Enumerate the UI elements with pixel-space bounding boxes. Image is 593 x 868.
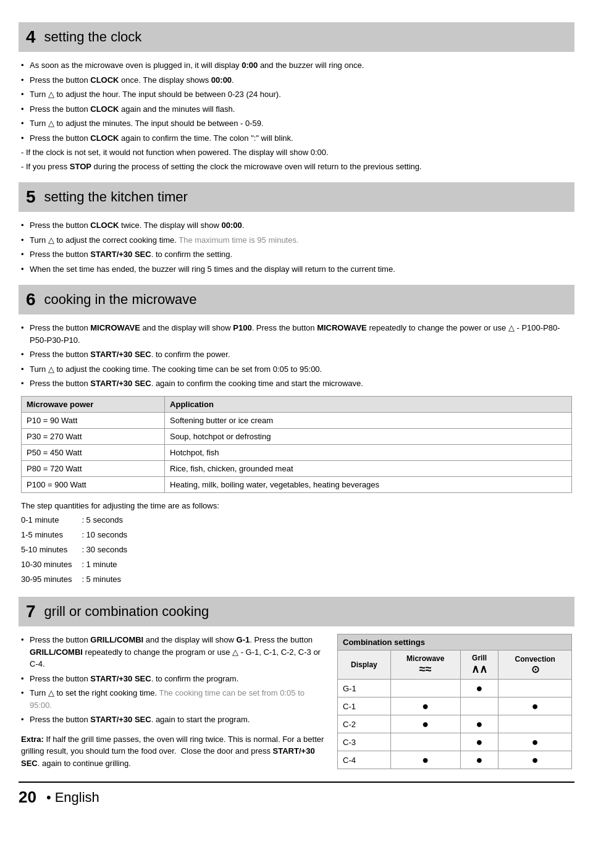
combo-table-title: Combination settings	[338, 634, 572, 651]
section-4-bullets: As soon as the microwave oven is plugged…	[21, 59, 572, 144]
step-quantities: The step quantities for adjusting the ti…	[21, 499, 572, 588]
section-6: 6 cooking in the microwave Press the but…	[19, 285, 574, 587]
table-cell: : 30 seconds	[82, 542, 137, 557]
table-cell: P10 = 90 Watt	[22, 412, 165, 428]
combo-col-display: Display	[338, 651, 391, 680]
section-4-title: setting the clock	[44, 29, 142, 45]
table-cell: C-3	[338, 733, 391, 751]
table-cell: 5-10 minutes	[21, 542, 82, 557]
table-cell: : 10 seconds	[82, 528, 137, 542]
bullet-item: As soon as the microwave oven is plugged…	[21, 59, 572, 72]
section-6-number: 6	[26, 290, 36, 310]
table-cell	[460, 697, 498, 715]
section-6-header: 6 cooking in the microwave	[19, 285, 574, 314]
table-cell: : 1 minute	[82, 557, 137, 572]
table-cell	[390, 733, 460, 751]
section-7-title: grill or combination cooking	[44, 604, 209, 620]
section-5-number: 5	[26, 187, 36, 207]
table-cell: P80 = 720 Watt	[22, 460, 165, 476]
section-4: 4 setting the clock As soon as the micro…	[19, 22, 574, 172]
combo-sub-header-row: Display Microwave≈≈ Grill∧∧ Convection⊙	[338, 651, 572, 680]
bullet-item: Press the button START/+30 SEC. to confi…	[21, 348, 572, 361]
table-cell: ●	[460, 733, 498, 751]
bullet-item: Press the button CLOCK again and the min…	[21, 103, 572, 116]
combo-col-microwave: Microwave≈≈	[390, 651, 460, 680]
bullet-item: Turn △ to adjust the cooking time. The c…	[21, 363, 572, 376]
table-cell: Softening butter or ice cream	[165, 412, 572, 428]
table-cell: P50 = 450 Watt	[22, 444, 165, 460]
table-cell: ●	[498, 697, 572, 715]
section-7-header: 7 grill or combination cooking	[19, 597, 574, 626]
bullet-item: Press the button CLOCK twice. The displa…	[21, 219, 572, 232]
table-row: P30 = 270 Watt Soup, hotchpot or defrost…	[22, 428, 572, 444]
combo-table: Combination settings Display Microwave≈≈…	[337, 634, 572, 769]
step-quantities-table: 0-1 minute : 5 seconds 1-5 minutes : 10 …	[21, 513, 137, 587]
bullet-item: Press the button CLOCK again to confirm …	[21, 132, 572, 145]
bullet-item: Press the button START/+30 SEC. to confi…	[21, 248, 572, 261]
section-7: 7 grill or combination cooking Press the…	[19, 597, 574, 769]
bullet-item: When the set time has ended, the buzzer …	[21, 263, 572, 276]
table-cell: P100 = 900 Watt	[22, 476, 165, 492]
section-7-bullets: Press the button GRILL/COMBI and the dis…	[21, 634, 325, 726]
table-row: P50 = 450 Watt Hotchpot, fish	[22, 444, 572, 460]
table-cell: ●	[390, 697, 460, 715]
table-cell: : 5 seconds	[82, 513, 137, 528]
section-6-bullets: Press the button MICROWAVE and the displ…	[21, 322, 572, 390]
table-cell	[390, 680, 460, 697]
bullet-item: Press the button MICROWAVE and the displ…	[21, 322, 572, 346]
section-5-title: setting the kitchen timer	[44, 189, 188, 205]
table-row: 5-10 minutes : 30 seconds	[21, 542, 137, 557]
combo-header-row: Combination settings	[338, 634, 572, 651]
table-cell: C-1	[338, 697, 391, 715]
table-cell: ●	[460, 715, 498, 733]
table-cell	[498, 715, 572, 733]
table-row: 1-5 minutes : 10 seconds	[21, 528, 137, 542]
extra-text: Extra: If half the grill time passes, th…	[21, 733, 325, 770]
step-quantities-title: The step quantities for adjusting the ti…	[21, 499, 572, 513]
table-row: 10-30 minutes : 1 minute	[21, 557, 137, 572]
power-table-header-power: Microwave power	[22, 396, 165, 412]
note-1: - If the clock is not set, it would not …	[21, 146, 572, 159]
combo-table-wrapper: Combination settings Display Microwave≈≈…	[337, 634, 572, 769]
bullet-item: Turn △ to adjust the correct cooking tim…	[21, 234, 572, 246]
table-row: P100 = 900 Watt Heating, milk, boiling w…	[22, 476, 572, 492]
section-7-left: Press the button GRILL/COMBI and the dis…	[21, 634, 325, 769]
table-cell: 30-95 minutes	[21, 572, 82, 587]
combo-col-grill: Grill∧∧	[460, 651, 498, 680]
section-4-number: 4	[26, 27, 36, 47]
section-6-title: cooking in the microwave	[44, 292, 197, 308]
table-row: C-3 ● ●	[338, 733, 572, 751]
table-row: C-4 ● ● ●	[338, 751, 572, 769]
bullet-item: Press the button CLOCK once. The display…	[21, 74, 572, 86]
bullet-item: Press the button START/+30 SEC. to confi…	[21, 673, 325, 685]
bullet-item: Press the button START/+30 SEC. again to…	[21, 714, 325, 726]
bullet-item: Turn △ to adjust the minutes. The input …	[21, 117, 572, 130]
table-row: 0-1 minute : 5 seconds	[21, 513, 137, 528]
bullet-item: Turn △ to set the right cooking time. Th…	[21, 687, 325, 711]
table-cell: : 5 minutes	[82, 572, 137, 587]
table-cell: Hotchpot, fish	[165, 444, 572, 460]
table-cell: ●	[460, 680, 498, 697]
power-table: Microwave power Application P10 = 90 Wat…	[21, 396, 572, 493]
table-cell: ●	[498, 733, 572, 751]
footer-separator: •	[46, 790, 51, 806]
table-cell: 1-5 minutes	[21, 528, 82, 542]
section-6-body: Press the button MICROWAVE and the displ…	[19, 322, 574, 587]
note-2: - If you press STOP during the process o…	[21, 161, 572, 173]
section-5-header: 5 setting the kitchen timer	[19, 182, 574, 212]
table-row: P10 = 90 Watt Softening butter or ice cr…	[22, 412, 572, 428]
table-cell	[498, 680, 572, 697]
table-row: C-2 ● ●	[338, 715, 572, 733]
footer: 20 • English	[19, 782, 574, 807]
table-cell: ●	[390, 715, 460, 733]
footer-language: English	[55, 790, 99, 806]
bullet-item: Turn △ to adjust the hour. The input sho…	[21, 88, 572, 101]
table-cell: P30 = 270 Watt	[22, 428, 165, 444]
section-5-body: Press the button CLOCK twice. The displa…	[19, 219, 574, 275]
table-cell: 0-1 minute	[21, 513, 82, 528]
section-4-body: As soon as the microwave oven is plugged…	[19, 59, 574, 172]
table-row: 30-95 minutes : 5 minutes	[21, 572, 137, 587]
table-cell: ●	[498, 751, 572, 769]
section-4-header: 4 setting the clock	[19, 22, 574, 52]
table-row: P80 = 720 Watt Rice, fish, chicken, grou…	[22, 460, 572, 476]
